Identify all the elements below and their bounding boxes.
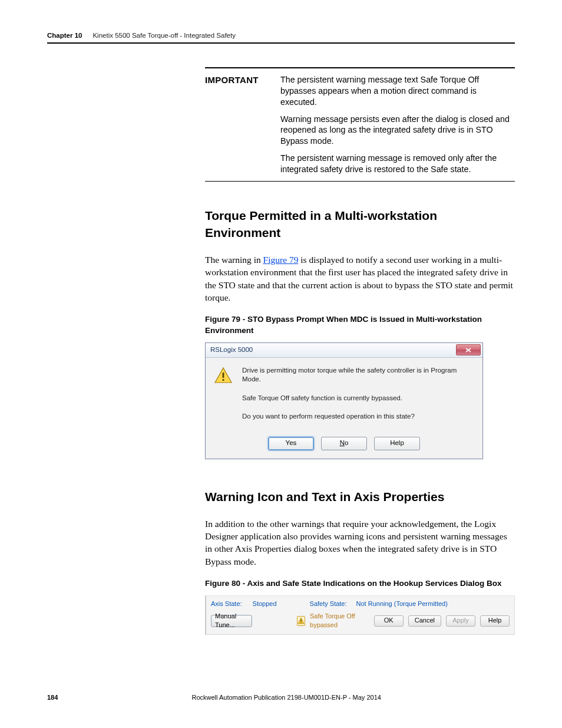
- svg-rect-1: [223, 373, 224, 378]
- no-label: No: [340, 439, 349, 448]
- chapter-title: Kinetix 5500 Safe Torque-off - Integrate…: [92, 32, 236, 39]
- dialog-line3: Do you want to perform requested operati…: [242, 412, 474, 421]
- important-body: The persistent warning message text Safe…: [280, 68, 515, 181]
- chapter-label: Chapter 10: [47, 32, 82, 39]
- axis-state-value: Stopped: [253, 599, 277, 608]
- important-p1: The persistent warning message text Safe…: [280, 74, 515, 108]
- no-button[interactable]: No: [321, 437, 367, 450]
- safety-state-value: Not Running (Torque Permitted): [356, 599, 448, 608]
- manual-tune-button[interactable]: Manual Tune...: [211, 615, 252, 627]
- important-p2: Warning message persists even after the …: [280, 114, 515, 147]
- important-callout: IMPORTANT The persistent warning message…: [205, 67, 515, 182]
- help-button[interactable]: Help: [374, 437, 420, 450]
- section2-para: In addition to the other warnings that r…: [205, 518, 515, 568]
- dialog-text: Drive is permitting motor torque while t…: [242, 366, 474, 431]
- section1-para: The warning in Figure 79 is displayed to…: [205, 253, 515, 304]
- close-icon: [465, 348, 471, 353]
- dialog-titlebar: RSLogix 5000: [206, 343, 482, 358]
- warning-icon: [297, 616, 305, 626]
- svg-rect-4: [300, 620, 301, 622]
- page-header: Chapter 10 Kinetix 5500 Safe Torque-off …: [47, 32, 515, 44]
- page-number: 184: [47, 694, 58, 701]
- dialog-buttons: Yes No Help: [206, 434, 482, 459]
- panel-buttons: OK Cancel Apply Help: [374, 615, 510, 627]
- sto-bypass-warning: Safe Torque Off bypassed: [310, 612, 367, 630]
- publication-id: Rockwell Automation Publication 2198-UM0…: [191, 694, 381, 701]
- cancel-label: Cancel: [415, 616, 435, 625]
- svg-rect-2: [223, 379, 224, 381]
- section2-heading: Warning Icon and Text in Axis Properties: [205, 489, 515, 506]
- apply-label: Apply: [452, 616, 469, 625]
- figure79-caption: Figure 79 - STO Bypass Prompt When MDC i…: [205, 314, 515, 336]
- page-footer: 184 Rockwell Automation Publication 2198…: [47, 694, 515, 701]
- close-button[interactable]: [456, 344, 481, 355]
- manual-tune-label: Manual Tune...: [215, 612, 248, 630]
- warning-icon: [214, 366, 233, 385]
- dialog-line1: Drive is permitting motor torque while t…: [242, 366, 474, 384]
- dialog-title: RSLogix 5000: [210, 345, 454, 355]
- rslogix-dialog: RSLogix 5000 Drive is permitting mo: [205, 342, 483, 459]
- svg-rect-5: [300, 622, 301, 622]
- help-label: Help: [390, 439, 404, 448]
- section1-heading: Torque Permitted in a Multi-workstation …: [205, 207, 515, 242]
- yes-label: Yes: [286, 439, 297, 448]
- important-p3: The persistent warning message is remove…: [280, 153, 515, 175]
- safety-state-label: Safety State:: [310, 599, 347, 608]
- cancel-button[interactable]: Cancel: [408, 615, 441, 627]
- yes-button[interactable]: Yes: [268, 437, 314, 450]
- axis-state-label: Axis State:: [211, 599, 242, 608]
- important-label: IMPORTANT: [205, 68, 280, 181]
- figure80-caption: Figure 80 - Axis and Safe State Indicati…: [205, 578, 515, 589]
- help-button[interactable]: Help: [480, 615, 510, 627]
- dialog-line2: Safe Torque Off safety function is curre…: [242, 394, 474, 403]
- apply-button[interactable]: Apply: [446, 615, 475, 627]
- content-column: IMPORTANT The persistent warning message…: [205, 67, 515, 635]
- section1-para-pre: The warning in: [205, 255, 263, 265]
- ok-button[interactable]: OK: [374, 615, 404, 627]
- ok-label: OK: [384, 616, 394, 625]
- help-label: Help: [488, 616, 502, 625]
- hookup-services-panel: Axis State: Stopped Safety State: Not Ru…: [205, 595, 515, 635]
- figure79-link[interactable]: Figure 79: [263, 255, 299, 265]
- dialog-body: Drive is permitting motor torque while t…: [206, 358, 482, 434]
